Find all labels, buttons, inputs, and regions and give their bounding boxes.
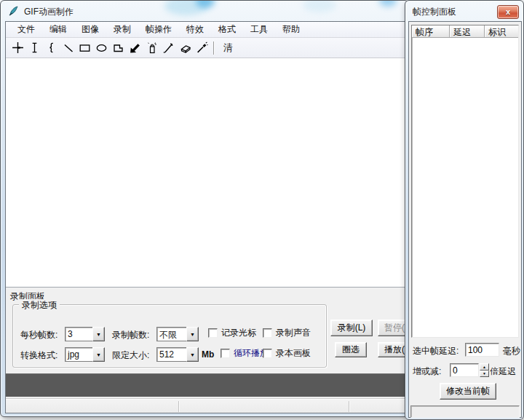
menu-edit[interactable]: 编辑 <box>42 21 74 38</box>
picker-tool-button[interactable] <box>194 39 210 56</box>
app-icon <box>8 5 20 17</box>
clear-button[interactable]: 清 <box>219 40 237 56</box>
selected-frame-delay-label: 选中帧延迟: <box>413 345 458 357</box>
curve-icon <box>46 41 57 54</box>
close-icon[interactable] <box>497 5 519 19</box>
format-label: 转换格式: <box>20 349 57 362</box>
main-window-title: GIF动画制作 <box>24 6 74 18</box>
fps-label: 每秒帧数: <box>20 329 57 341</box>
column-header-frame-index[interactable]: 帧序 <box>412 25 450 38</box>
frame-panel-client: 帧序 延迟 标识 选中帧延迟: 毫秒 增或减: 倍延迟 修改当前帧 <box>408 21 522 418</box>
spinner-up-icon[interactable] <box>480 363 489 371</box>
size-limit-combobox[interactable]: 512 <box>156 347 199 362</box>
size-unit-label: Mb <box>202 349 214 360</box>
frame-panel-status-bar <box>410 405 520 418</box>
checkbox-box[interactable] <box>208 328 218 338</box>
frame-count-label: 录制帧数: <box>112 329 149 341</box>
record-button[interactable]: 录制(L) <box>330 320 373 336</box>
fps-value: 3 <box>65 327 93 341</box>
arrow-tool-button[interactable] <box>127 39 143 56</box>
checkbox-box[interactable] <box>263 328 272 338</box>
crosshair-icon <box>12 41 24 54</box>
crosshair-tool-button[interactable] <box>9 39 26 56</box>
spray-can-icon <box>146 41 158 55</box>
format-dropdown-button[interactable] <box>92 347 105 362</box>
picker-pen-icon <box>196 41 208 54</box>
eraser-icon <box>179 42 192 54</box>
status-divider <box>178 401 179 412</box>
bottom-dark-bar <box>6 373 410 397</box>
size-limit-dropdown-button[interactable] <box>186 347 199 362</box>
line-tool-button[interactable] <box>60 39 76 56</box>
menu-help[interactable]: 帮助 <box>275 21 307 38</box>
arrow-icon <box>129 41 141 54</box>
menu-record[interactable]: 录制 <box>106 21 138 38</box>
drawing-canvas[interactable] <box>6 58 410 288</box>
frame-listview[interactable]: 帧序 延迟 标识 <box>411 25 519 338</box>
checkbox-box[interactable] <box>263 349 272 358</box>
spinner-down-icon[interactable] <box>480 371 489 378</box>
size-limit-value: 512 <box>156 347 187 362</box>
frame-count-value: 不限 <box>156 327 187 341</box>
text-tool-button[interactable] <box>26 39 43 56</box>
curve-tool-button[interactable] <box>43 39 60 56</box>
column-header-flag[interactable]: 标识 <box>485 25 518 38</box>
menu-file[interactable]: 文件 <box>10 21 42 38</box>
size-limit-label: 限定大小: <box>112 349 149 362</box>
adjust-multiplier-input[interactable] <box>450 363 479 377</box>
line-icon <box>63 42 74 54</box>
pen-cut-icon <box>162 41 175 54</box>
polygon-tool-button[interactable] <box>110 39 127 56</box>
frame-count-dropdown-button[interactable] <box>186 327 199 341</box>
delay-unit-label: 毫秒 <box>503 345 520 357</box>
record-sound-checkbox[interactable]: 录制声音 <box>263 328 311 338</box>
record-sound-label: 录制声音 <box>276 327 311 339</box>
ellipse-icon <box>95 42 108 54</box>
frame-count-combobox[interactable]: 不限 <box>156 327 199 341</box>
menu-tools[interactable]: 工具 <box>243 21 275 38</box>
loop-play-checkbox[interactable]: 循环播放 <box>221 348 269 358</box>
main-titlebar[interactable]: GIF动画制作 <box>1 1 408 21</box>
pen-cut-tool-button[interactable] <box>160 39 177 56</box>
frame-panel-title: 帧控制面板 <box>413 6 456 18</box>
drawing-toolbar: 清 <box>6 38 410 58</box>
recording-panel: 录制面板 录制选项 每秒帧数: 3 录制帧数: 不限 <box>6 288 410 372</box>
polygon-icon <box>112 42 124 54</box>
adjust-spinner[interactable] <box>480 363 489 377</box>
format-value: jpg <box>65 347 93 362</box>
spray-tool-button[interactable] <box>143 39 160 56</box>
rectangle-tool-button[interactable] <box>76 39 93 56</box>
record-board-checkbox[interactable]: 录本画板 <box>263 348 311 358</box>
column-header-delay[interactable]: 延迟 <box>450 25 485 38</box>
status-divider <box>349 401 349 412</box>
fps-dropdown-button[interactable] <box>92 327 105 341</box>
menu-format[interactable]: 格式 <box>211 21 243 38</box>
modify-current-frame-button[interactable]: 修改当前帧 <box>440 383 496 400</box>
recording-options-caption: 录制选项 <box>19 299 60 312</box>
recording-options-group: 录制选项 每秒帧数: 3 录制帧数: 不限 记录光标 <box>12 304 327 368</box>
frame-panel-titlebar[interactable]: 帧控制面板 <box>405 1 523 21</box>
adjust-unit-label: 倍延迟 <box>490 365 516 378</box>
format-combobox[interactable]: jpg <box>65 347 105 362</box>
menu-frame-ops[interactable]: 帧操作 <box>138 21 179 38</box>
record-cursor-checkbox[interactable]: 记录光标 <box>208 328 256 338</box>
main-status-bar <box>6 398 410 413</box>
adjust-label: 增或减: <box>413 365 441 378</box>
menu-effects[interactable]: 特效 <box>179 21 211 38</box>
eraser-tool-button[interactable] <box>177 39 194 56</box>
record-board-label: 录本画板 <box>276 347 311 360</box>
ellipse-tool-button[interactable] <box>93 39 110 56</box>
main-window: GIF动画制作 文件 编辑 图像 录制 帧操作 特效 格式 工具 帮助 <box>0 0 409 417</box>
toolbar-separator <box>213 41 214 55</box>
frame-delay-input[interactable] <box>465 343 499 357</box>
desktop: GIF动画制作 文件 编辑 图像 录制 帧操作 特效 格式 工具 帮助 <box>0 0 524 420</box>
checkbox-box[interactable] <box>221 349 230 358</box>
text-cursor-icon <box>29 41 40 54</box>
lasso-select-button[interactable]: 圈选 <box>335 342 367 357</box>
fps-combobox[interactable]: 3 <box>65 327 105 341</box>
frame-list-header: 帧序 延迟 标识 <box>412 25 518 38</box>
menu-bar: 文件 编辑 图像 录制 帧操作 特效 格式 工具 帮助 <box>6 22 410 38</box>
frame-control-panel-window: 帧控制面板 帧序 延迟 标识 选中帧延迟: 毫秒 增或减: 倍延迟 修改当前帧 <box>405 0 524 420</box>
menu-image[interactable]: 图像 <box>74 21 106 38</box>
record-cursor-label: 记录光标 <box>221 327 256 339</box>
